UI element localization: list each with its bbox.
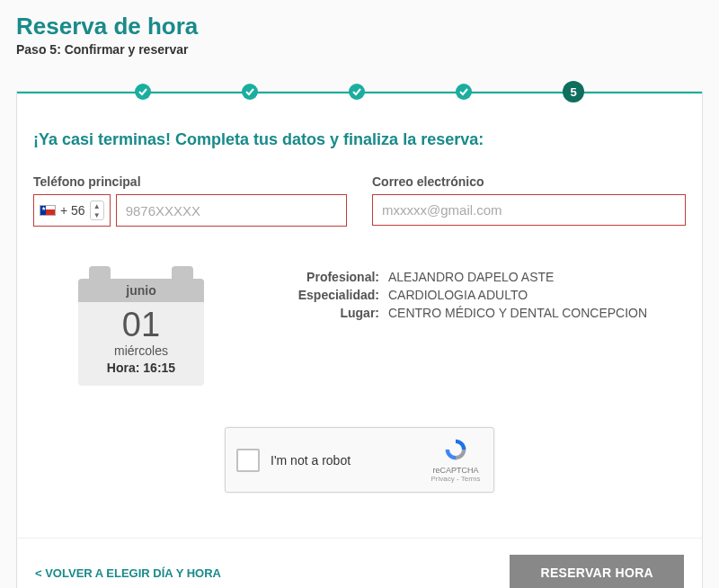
especialidad-value: CARDIOLOGIA ADULTO bbox=[388, 288, 686, 302]
page-subtitle: Paso 5: Confirmar y reservar bbox=[16, 42, 703, 57]
recaptcha-label: I'm not a robot bbox=[271, 453, 418, 468]
stepper-icon[interactable]: ▲▼ bbox=[90, 200, 104, 220]
profesional-label: Profesional: bbox=[231, 270, 379, 284]
calendar-widget: junio 01 miércoles Hora: 16:15 bbox=[78, 266, 204, 386]
phone-input[interactable] bbox=[116, 194, 347, 227]
especialidad-label: Especialidad: bbox=[231, 288, 379, 302]
booking-card: 5 ¡Ya casi terminas! Completa tus datos … bbox=[16, 91, 703, 588]
step-1-done bbox=[135, 84, 151, 100]
calendar-weekday: miércoles bbox=[78, 343, 204, 358]
recaptcha-checkbox[interactable] bbox=[236, 449, 260, 472]
prompt-text: ¡Ya casi terminas! Completa tus datos y … bbox=[33, 130, 686, 149]
card-footer: < VOLVER A ELEGIR DÍA Y HORA RESERVAR HO… bbox=[17, 538, 702, 588]
profesional-value: ALEJANDRO DAPELO ASTE bbox=[388, 270, 686, 284]
progress-steps: 5 bbox=[17, 84, 702, 102]
recaptcha-widget: I'm not a robot reCAPTCHA Privacy - Term… bbox=[225, 427, 494, 493]
recaptcha-brand: reCAPTCHA Privacy - Terms bbox=[429, 437, 483, 483]
progress-bar: 5 bbox=[17, 92, 702, 93]
check-icon bbox=[459, 87, 468, 96]
recaptcha-legal-text: Privacy - Terms bbox=[429, 475, 483, 483]
step-2-done bbox=[242, 84, 258, 100]
calendar-day: 01 bbox=[78, 307, 204, 342]
recaptcha-icon bbox=[442, 437, 469, 462]
appointment-details: Profesional: ALEJANDRO DAPELO ASTE Espec… bbox=[231, 266, 686, 320]
phone-label: Teléfono principal bbox=[33, 174, 347, 189]
email-input[interactable] bbox=[372, 194, 686, 226]
check-icon bbox=[352, 87, 361, 96]
calendar-time: Hora: 16:15 bbox=[78, 361, 204, 375]
email-label: Correo electrónico bbox=[372, 174, 686, 189]
phone-field: Teléfono principal ★ + 56 ▲▼ bbox=[33, 174, 347, 227]
flag-chile-icon: ★ bbox=[40, 205, 56, 216]
reserve-button[interactable]: RESERVAR HORA bbox=[510, 555, 684, 588]
country-code-text: + 56 bbox=[60, 203, 85, 218]
page-header: Reserva de hora Paso 5: Confirmar y rese… bbox=[16, 0, 703, 64]
check-icon bbox=[138, 87, 147, 96]
page-title: Reserva de hora bbox=[16, 13, 703, 40]
back-link[interactable]: < VOLVER A ELEGIR DÍA Y HORA bbox=[35, 566, 221, 580]
email-field: Correo electrónico bbox=[372, 174, 686, 227]
country-code-selector[interactable]: ★ + 56 ▲▼ bbox=[33, 194, 111, 227]
step-5-current: 5 bbox=[563, 81, 584, 102]
check-icon bbox=[245, 87, 254, 96]
step-4-done bbox=[456, 84, 472, 100]
step-3-done bbox=[349, 84, 365, 100]
recaptcha-brand-text: reCAPTCHA bbox=[429, 466, 483, 475]
calendar-month: junio bbox=[78, 279, 204, 302]
lugar-value: CENTRO MÉDICO Y DENTAL CONCEPCION bbox=[388, 306, 686, 320]
lugar-label: Lugar: bbox=[231, 306, 379, 320]
